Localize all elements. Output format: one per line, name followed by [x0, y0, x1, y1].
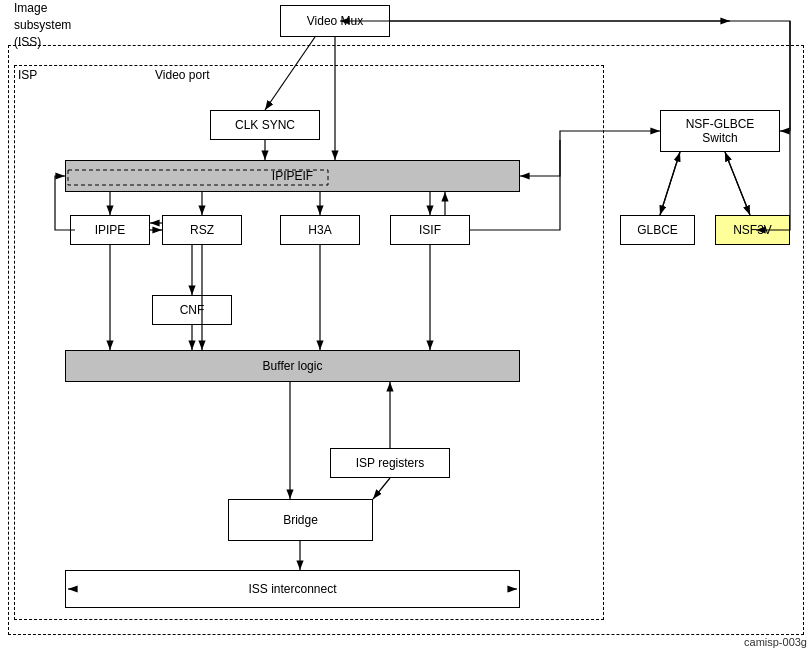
isp-label: ISP	[18, 68, 37, 82]
ipipe-box: IPIPE	[70, 215, 150, 245]
glbce-box: GLBCE	[620, 215, 695, 245]
diagram-container: Imagesubsystem(ISS) ISP Video port Video…	[0, 0, 812, 650]
diagram-caption: camisp-003g	[744, 636, 807, 648]
buffer-logic-box: Buffer logic	[65, 350, 520, 382]
clk-sync-box: CLK SYNC	[210, 110, 320, 140]
nsf-glbce-switch-box: NSF-GLBCESwitch	[660, 110, 780, 152]
nsf3v-box: NSF3V	[715, 215, 790, 245]
h3a-box: H3A	[280, 215, 360, 245]
isif-box: ISIF	[390, 215, 470, 245]
cnf-box: CNF	[152, 295, 232, 325]
iss-interconnect-box: ISS interconnect	[65, 570, 520, 608]
ipipeif-box: IPIPEIF	[65, 160, 520, 192]
video-port-label: Video port	[155, 68, 210, 82]
video-mux-box: Video Mux	[280, 5, 390, 37]
bridge-box: Bridge	[228, 499, 373, 541]
image-subsystem-label: Imagesubsystem(ISS)	[14, 0, 71, 50]
rsz-box: RSZ	[162, 215, 242, 245]
isp-registers-box: ISP registers	[330, 448, 450, 478]
